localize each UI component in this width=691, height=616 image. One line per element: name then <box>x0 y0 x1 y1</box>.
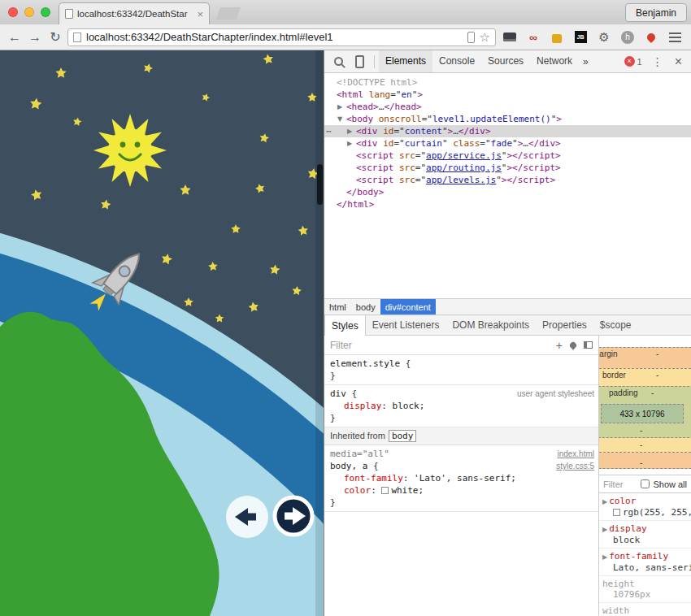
devtools-menu-icon[interactable]: ⋮ <box>646 55 669 68</box>
tree-node[interactable]: </html> <box>324 198 691 210</box>
pin-icon[interactable] <box>568 341 577 349</box>
scrollbar-thumb[interactable] <box>317 164 323 205</box>
close-window-button[interactable] <box>8 7 18 17</box>
menu-icon[interactable] <box>665 28 684 47</box>
tab-styles[interactable]: Styles <box>324 315 366 336</box>
crumb-div-content[interactable]: div#content <box>380 299 436 315</box>
jetbrains-extension-icon[interactable]: JB <box>571 28 590 47</box>
url-text[interactable]: localhost:63342/DeathStarChapter/index.h… <box>86 31 463 43</box>
crumb-html[interactable]: html <box>324 299 351 315</box>
collapsed-arrow-icon[interactable]: ▶ <box>347 137 356 150</box>
padding-bottom-value[interactable]: - <box>640 426 642 435</box>
tree-node[interactable]: ▶<div id="curtain" class="fade">…</div> <box>324 137 691 150</box>
code-token: </script> <box>506 175 555 185</box>
tree-node[interactable]: <script src="app/service.js"></script> <box>324 150 691 162</box>
minimize-window-button[interactable] <box>24 7 34 17</box>
tree-node[interactable]: <html lang="en"> <box>324 89 691 101</box>
crumb-body[interactable]: body <box>351 299 380 315</box>
tab-sources[interactable]: Sources <box>481 50 530 72</box>
tab-properties[interactable]: Properties <box>536 315 593 335</box>
tab-console[interactable]: Console <box>432 50 481 72</box>
page-scrollbar[interactable] <box>315 50 324 616</box>
tree-node[interactable]: ▶<head>…</head> <box>324 101 691 113</box>
card-extension-icon[interactable] <box>500 28 519 47</box>
css-property[interactable]: font-family: 'Lato', sans-serif; <box>330 472 594 484</box>
computed-property-row[interactable]: ▶displayblock <box>599 521 691 549</box>
stylesheet-link[interactable]: style.css:5 <box>556 460 594 472</box>
computed-property-row[interactable]: ▶colorrgb(255, 255, <box>599 493 691 521</box>
gear-icon[interactable]: ⚙ <box>594 28 614 47</box>
node-options-dots[interactable]: ⋯ <box>326 125 332 137</box>
profile-button[interactable]: Benjamin <box>625 3 687 22</box>
inspect-element-icon[interactable] <box>328 51 349 72</box>
div-rule[interactable]: user agent stylesheetdiv { display: bloc… <box>324 385 598 427</box>
expanded-arrow-icon[interactable]: ▼ <box>337 113 346 125</box>
stylesheet-link[interactable]: index.html <box>557 448 594 460</box>
body-node-link[interactable]: body <box>389 430 417 442</box>
url-field[interactable]: localhost:63342/DeathStarChapter/index.h… <box>67 28 496 46</box>
collapsed-arrow-icon[interactable]: ▶ <box>602 498 607 505</box>
new-tab-button[interactable] <box>216 7 241 20</box>
computed-property-row[interactable]: width433px <box>599 603 691 616</box>
devtools-close-icon[interactable]: × <box>669 54 688 69</box>
nav-prev-button[interactable] <box>226 496 268 538</box>
new-style-rule-icon[interactable]: + <box>556 339 563 352</box>
computed-property-row[interactable]: height10796px <box>599 576 691 603</box>
margin-bottom-value[interactable]: - <box>640 458 642 467</box>
content-box[interactable]: 433 x 10796 <box>601 404 684 423</box>
styles-filter-input[interactable]: Filter <box>330 340 352 351</box>
code-token: <script <box>356 163 393 173</box>
show-all-checkbox[interactable] <box>641 479 650 488</box>
letter-h-extension-icon[interactable]: h <box>618 28 637 47</box>
element-state-icon[interactable] <box>584 341 593 349</box>
collapsed-arrow-icon[interactable]: ▶ <box>337 101 346 113</box>
tree-node[interactable]: </body> <box>324 186 691 198</box>
tab-dom-breakpoints[interactable]: DOM Breakpoints <box>445 315 536 335</box>
beer-extension-icon[interactable] <box>547 28 567 47</box>
glasses-extension-icon[interactable]: ∞ <box>524 28 543 47</box>
more-tabs-chevron[interactable]: » <box>579 56 593 67</box>
css-property[interactable]: display: block; <box>330 400 594 412</box>
computed-property-row[interactable]: ▶font-familyLato, sans-serif <box>599 549 691 576</box>
bookmark-star-icon[interactable]: ☆ <box>480 30 490 45</box>
computed-filter-input[interactable]: Filter <box>603 479 637 489</box>
rule-selector[interactable]: div <box>330 388 346 399</box>
tree-node[interactable]: <script src="app/levels.js"></script> <box>324 174 691 186</box>
collapsed-arrow-icon[interactable]: ▶ <box>602 553 607 561</box>
collapsed-arrow-icon[interactable]: ▶ <box>347 125 356 137</box>
computed-list: ▶colorrgb(255, 255,▶displayblock▶font-fa… <box>599 493 691 616</box>
border-top-value[interactable]: - <box>656 371 658 380</box>
collapsed-arrow-icon[interactable]: ▶ <box>602 526 607 533</box>
tree-node[interactable]: ⋯▶<div id="content">…</div> <box>324 125 691 137</box>
zoom-window-button[interactable] <box>41 7 50 17</box>
tab-event-listeners[interactable]: Event Listeners <box>366 315 446 335</box>
element-style-rule[interactable]: element.style { } <box>324 355 598 385</box>
tab-network[interactable]: Network <box>530 50 579 72</box>
tab-scope[interactable]: $scope <box>593 315 638 335</box>
tab-elements[interactable]: Elements <box>379 50 432 72</box>
red-pin-extension-icon[interactable] <box>641 28 661 47</box>
color-swatch[interactable] <box>613 509 620 516</box>
tree-node[interactable]: <script src="app/routing.js"></script> <box>324 162 691 174</box>
forward-button[interactable]: → <box>27 30 43 45</box>
rule-selector[interactable]: body, a <box>330 461 367 471</box>
tree-node[interactable]: ▼<body onscroll="level1.updateElement()"… <box>324 113 691 125</box>
body-a-rule[interactable]: index.htmlmedia="all" style.css:5body, a… <box>324 445 598 512</box>
tab-close-icon[interactable]: × <box>197 8 203 20</box>
margin-top-value[interactable]: - <box>656 349 658 358</box>
device-mode-icon[interactable] <box>349 51 370 72</box>
browser-tab[interactable]: localhost:63342/DeathStar × <box>59 2 210 24</box>
box-model[interactable]: 433 x 10796 margin - border - padding - … <box>599 336 691 475</box>
padding-top-value[interactable]: - <box>651 388 654 397</box>
rule-selector[interactable]: element.style <box>330 358 400 369</box>
error-count-badge[interactable]: × 1 <box>620 56 646 67</box>
reload-button[interactable]: ↻ <box>47 29 63 45</box>
color-swatch[interactable] <box>381 487 389 494</box>
border-bottom-value[interactable]: - <box>640 440 642 449</box>
css-property[interactable]: color: white; <box>330 484 594 497</box>
tree-node[interactable]: <!DOCTYPE html> <box>324 76 691 89</box>
device-icon[interactable] <box>467 32 475 43</box>
back-button[interactable]: ← <box>7 30 23 45</box>
nav-next-button[interactable] <box>275 497 312 535</box>
tab-strip: localhost:63342/DeathStar × Benjamin <box>0 0 691 24</box>
